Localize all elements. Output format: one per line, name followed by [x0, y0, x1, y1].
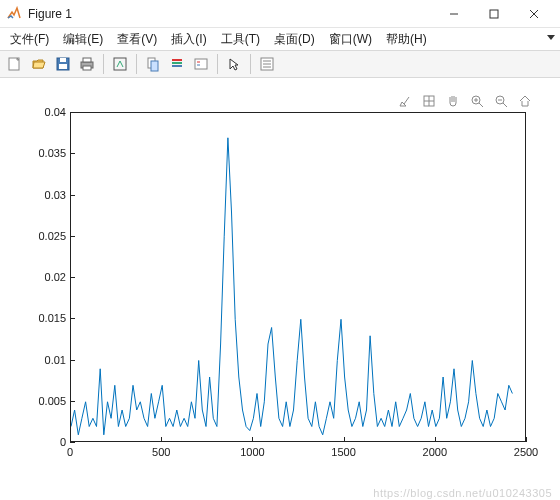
ytick-label: 0.01 [22, 354, 66, 366]
xtick-label: 0 [67, 446, 73, 458]
toolbar-separator [217, 54, 218, 74]
ytick-mark [70, 318, 75, 319]
svg-rect-14 [172, 59, 182, 61]
svg-line-33 [503, 103, 507, 107]
xtick-mark [435, 437, 436, 442]
svg-rect-17 [195, 59, 207, 69]
svg-rect-11 [114, 58, 126, 70]
toolbar [0, 50, 560, 78]
ytick-mark [70, 442, 75, 443]
close-button[interactable] [514, 0, 554, 28]
minimize-button[interactable] [434, 0, 474, 28]
xtick-label: 1500 [331, 446, 355, 458]
line-series [71, 113, 527, 443]
menu-insert[interactable]: 插入(I) [165, 29, 212, 50]
svg-rect-1 [490, 10, 498, 18]
axes[interactable]: 00.0050.010.0150.020.0250.030.0350.04050… [18, 108, 542, 482]
xtick-label: 1000 [240, 446, 264, 458]
ytick-mark [70, 236, 75, 237]
menu-view[interactable]: 查看(V) [111, 29, 163, 50]
pointer-button[interactable] [223, 53, 245, 75]
svg-rect-6 [60, 58, 66, 62]
window-title: Figure 1 [28, 7, 434, 21]
ytick-mark [70, 112, 75, 113]
xtick-mark [526, 437, 527, 442]
figure-canvas: 00.0050.010.0150.020.0250.030.0350.04050… [0, 78, 560, 500]
xtick-label: 500 [152, 446, 170, 458]
ytick-mark [70, 277, 75, 278]
menu-tools[interactable]: 工具(T) [215, 29, 266, 50]
toolbar-separator [250, 54, 251, 74]
xtick-mark [161, 437, 162, 442]
svg-rect-15 [172, 62, 182, 64]
maximize-button[interactable] [474, 0, 514, 28]
menu-help[interactable]: 帮助(H) [380, 29, 433, 50]
ytick-mark [70, 401, 75, 402]
xtick-mark [252, 437, 253, 442]
svg-rect-10 [83, 66, 91, 70]
ytick-label: 0.02 [22, 271, 66, 283]
menu-desktop[interactable]: 桌面(D) [268, 29, 321, 50]
ytick-label: 0.03 [22, 189, 66, 201]
ytick-mark [70, 195, 75, 196]
svg-rect-7 [59, 64, 67, 69]
xtick-mark [344, 437, 345, 442]
toolbar-separator [136, 54, 137, 74]
plot-area[interactable] [70, 112, 526, 442]
ytick-label: 0.04 [22, 106, 66, 118]
property-button[interactable] [256, 53, 278, 75]
svg-line-24 [404, 97, 409, 104]
title-bar: Figure 1 [0, 0, 560, 28]
xtick-mark [70, 437, 71, 442]
window-controls [434, 0, 554, 28]
new-figure-button[interactable] [4, 53, 26, 75]
xtick-label: 2500 [514, 446, 538, 458]
menu-file[interactable]: 文件(F) [4, 29, 55, 50]
legend-button[interactable] [190, 53, 212, 75]
matlab-icon [6, 6, 22, 22]
menu-overflow-icon[interactable] [546, 32, 556, 46]
colorbar-button[interactable] [166, 53, 188, 75]
ytick-label: 0.015 [22, 312, 66, 324]
svg-rect-13 [151, 61, 158, 71]
ytick-mark [70, 360, 75, 361]
ytick-label: 0.035 [22, 147, 66, 159]
ytick-label: 0 [22, 436, 66, 448]
watermark-text: https://blog.csdn.net/u010243305 [373, 487, 552, 499]
svg-rect-9 [83, 58, 91, 62]
menu-edit[interactable]: 编辑(E) [57, 29, 109, 50]
linked-plot-button[interactable] [142, 53, 164, 75]
export-button[interactable] [109, 53, 131, 75]
menu-window[interactable]: 窗口(W) [323, 29, 378, 50]
ytick-label: 0.025 [22, 230, 66, 242]
xtick-label: 2000 [423, 446, 447, 458]
menu-bar: 文件(F) 编辑(E) 查看(V) 插入(I) 工具(T) 桌面(D) 窗口(W… [0, 28, 560, 50]
toolbar-separator [103, 54, 104, 74]
ytick-label: 0.005 [22, 395, 66, 407]
save-button[interactable] [52, 53, 74, 75]
open-button[interactable] [28, 53, 50, 75]
print-button[interactable] [76, 53, 98, 75]
ytick-mark [70, 153, 75, 154]
svg-line-29 [479, 103, 483, 107]
svg-rect-16 [172, 65, 182, 67]
